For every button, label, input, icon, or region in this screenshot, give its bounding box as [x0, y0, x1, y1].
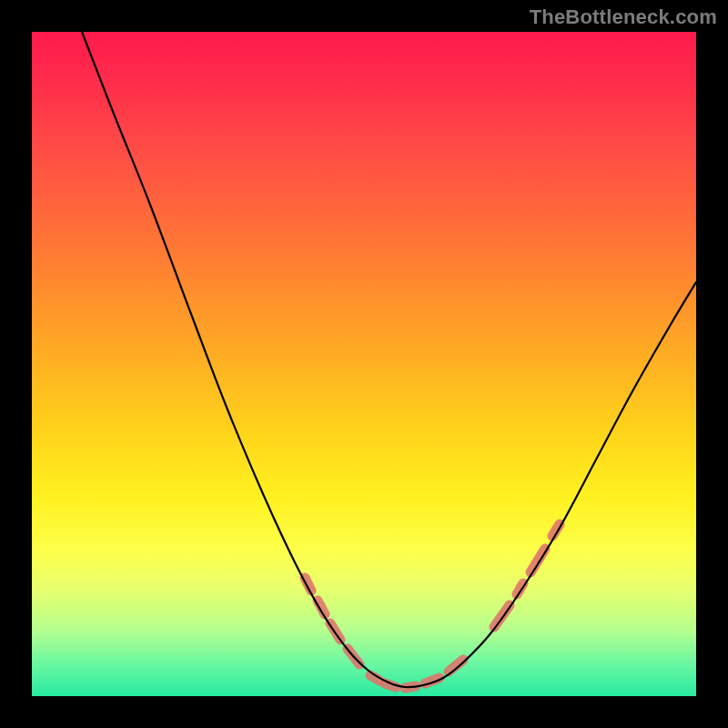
curve-line	[82, 32, 696, 687]
highlight-dash	[531, 549, 545, 572]
outer-frame: TheBottleneck.com	[0, 0, 728, 728]
plot-area	[32, 32, 696, 696]
highlight-dash	[494, 605, 510, 627]
chart-svg	[32, 32, 696, 696]
highlight-dash-group	[305, 524, 560, 688]
watermark-text: TheBottleneck.com	[530, 5, 717, 29]
